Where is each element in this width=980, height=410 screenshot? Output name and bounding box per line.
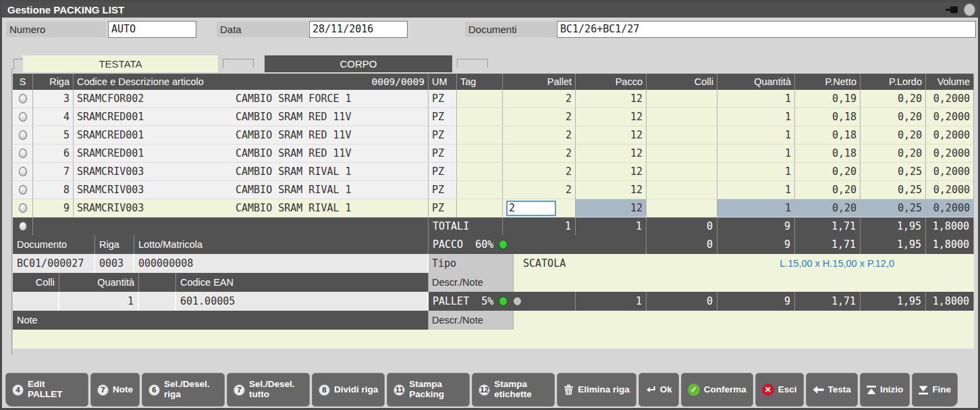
- documento-value[interactable]: BC01/000027: [13, 254, 95, 273]
- cell-pallet[interactable]: 2: [503, 126, 576, 145]
- cell-codice[interactable]: SRAMCRIV003CAMBIO SRAM RIVAL 1: [74, 163, 429, 181]
- cell-plordo[interactable]: 0,25: [861, 163, 926, 181]
- cell-pacco[interactable]: 12: [576, 108, 647, 126]
- row-select-radio[interactable]: [19, 94, 27, 103]
- cell-plordo[interactable]: 0,25: [861, 181, 926, 199]
- column-header-tag[interactable]: Tag: [457, 74, 503, 90]
- row-select-cell[interactable]: [13, 163, 33, 181]
- cell-quantita[interactable]: 1: [717, 108, 795, 126]
- cell-colli[interactable]: [647, 163, 717, 181]
- article-row-6[interactable]: 6SRAMCRED001CAMBIO SRAM RED 11VPZ21210,1…: [13, 145, 974, 163]
- row-select-radio[interactable]: [19, 130, 27, 140]
- cell-volume[interactable]: 0,2000: [926, 126, 974, 145]
- toolbar-button-fine[interactable]: Fine: [912, 373, 958, 407]
- numero-input[interactable]: AUTO: [108, 21, 196, 38]
- cell-plordo[interactable]: 0,20: [861, 90, 926, 108]
- article-row-3[interactable]: 3SRAMCFOR002CAMBIO SRAM FORCE 1PZ21210,1…: [13, 90, 974, 108]
- toolbar-button-edit-pallet[interactable]: 4Edit PALLET: [5, 373, 88, 407]
- cell-tag[interactable]: [457, 145, 503, 163]
- cell-pacco[interactable]: 12: [576, 181, 647, 199]
- row-select-cell[interactable]: [13, 126, 33, 145]
- row-select-cell[interactable]: [13, 181, 33, 199]
- column-header-pnetto[interactable]: P.Netto: [795, 74, 861, 90]
- cell-pallet[interactable]: 2: [503, 108, 576, 126]
- cell-plordo[interactable]: 0,20: [861, 108, 926, 126]
- column-header-um[interactable]: UM: [429, 74, 457, 90]
- toolbar-button-elimina-riga[interactable]: Elimina riga: [557, 373, 636, 407]
- toolbar-button-conferma[interactable]: ✓Conferma: [681, 373, 753, 407]
- cell-codice[interactable]: SRAMCRED001CAMBIO SRAM RED 11V: [74, 145, 429, 163]
- row-select-radio[interactable]: [19, 203, 27, 213]
- article-row-9[interactable]: 9SRAMCRIV003CAMBIO SRAM RIVAL 1PZ1210,20…: [13, 199, 974, 217]
- ean-quantita-value[interactable]: 1: [59, 292, 139, 311]
- column-header-volume[interactable]: Volume: [926, 74, 974, 90]
- riga-value[interactable]: 0003: [95, 254, 134, 273]
- cell-volume[interactable]: 0,2000: [926, 181, 974, 199]
- cell-volume[interactable]: 0,2000: [926, 145, 974, 163]
- row-select-radio[interactable]: [19, 185, 27, 195]
- cell-plordo[interactable]: 0,25: [861, 199, 926, 217]
- row-select-cell[interactable]: [13, 90, 33, 108]
- documenti-input[interactable]: BC1/26+BC1/27: [557, 21, 976, 38]
- column-header-s[interactable]: S: [13, 74, 33, 90]
- cell-pacco[interactable]: 12: [576, 199, 647, 217]
- cell-quantita[interactable]: 1: [717, 199, 795, 217]
- cell-codice[interactable]: SRAMCRED001CAMBIO SRAM RED 11V: [74, 108, 429, 126]
- column-header-pacco[interactable]: Pacco: [576, 74, 647, 90]
- codice-ean-value[interactable]: 601.00005: [176, 292, 429, 311]
- article-row-7[interactable]: 7SRAMCRIV003CAMBIO SRAM RIVAL 1PZ21210,2…: [13, 163, 974, 181]
- cell-colli[interactable]: [647, 108, 717, 126]
- cell-pnetto[interactable]: 0,20: [795, 181, 861, 199]
- cell-pallet-editing[interactable]: [503, 199, 576, 217]
- column-header-riga[interactable]: Riga: [33, 74, 74, 90]
- cell-pallet[interactable]: 2: [503, 163, 576, 181]
- cell-volume[interactable]: 0,2000: [926, 90, 974, 108]
- cell-tag[interactable]: [457, 90, 503, 108]
- row-select-radio[interactable]: [19, 112, 27, 122]
- cell-pnetto[interactable]: 0,20: [795, 163, 861, 181]
- row-select-cell[interactable]: [13, 108, 33, 126]
- toolbar-button-note[interactable]: 7Note: [90, 373, 140, 407]
- toolbar-button-esci[interactable]: ✕Esci: [755, 373, 804, 407]
- cell-codice[interactable]: SRAMCRIV003CAMBIO SRAM RIVAL 1: [74, 199, 429, 217]
- cell-tag[interactable]: [457, 163, 503, 181]
- cell-pallet[interactable]: 2: [503, 145, 576, 163]
- ean-colli-value[interactable]: [13, 292, 59, 311]
- cell-quantita[interactable]: 1: [717, 126, 795, 145]
- row-select-cell[interactable]: [13, 145, 33, 163]
- cell-tag[interactable]: [457, 126, 503, 145]
- pin-icon[interactable]: [945, 5, 961, 14]
- cell-pnetto[interactable]: 0,19: [795, 90, 861, 108]
- cell-codice[interactable]: SRAMCFOR002CAMBIO SRAM FORCE 1: [74, 90, 429, 108]
- cell-codice[interactable]: SRAMCRED001CAMBIO SRAM RED 11V: [74, 126, 429, 145]
- cell-tag[interactable]: [457, 199, 503, 217]
- cell-plordo[interactable]: 0,20: [861, 126, 926, 145]
- cell-pacco[interactable]: 12: [576, 145, 647, 163]
- tab-corpo[interactable]: CORPO: [265, 55, 452, 72]
- toolbar-button-testa[interactable]: Testa: [806, 373, 858, 407]
- cell-colli[interactable]: [647, 181, 717, 199]
- pallet-edit-input[interactable]: [506, 201, 556, 216]
- cell-tag[interactable]: [457, 108, 503, 126]
- descr-note-pacco-value[interactable]: [514, 273, 974, 292]
- toolbar-button-dividi-riga[interactable]: 8Dividi riga: [312, 373, 385, 407]
- toolbar-button-sel-desel-tutto[interactable]: 7Sel./Desel. tutto: [227, 373, 310, 407]
- toolbar-button-ok[interactable]: Ok: [638, 373, 679, 407]
- cell-quantita[interactable]: 1: [717, 163, 795, 181]
- row-select-radio[interactable]: [19, 167, 27, 176]
- note-text-area[interactable]: [13, 330, 974, 349]
- article-row-8[interactable]: 8SRAMCRIV003CAMBIO SRAM RIVAL 1PZ21210,2…: [13, 181, 974, 199]
- cell-volume[interactable]: 0,2000: [926, 108, 974, 126]
- cell-colli[interactable]: [647, 90, 717, 108]
- toolbar-button-sel-desel-riga[interactable]: 6Sel./Desel. riga: [142, 373, 225, 407]
- cell-volume[interactable]: 0,2000: [926, 199, 974, 217]
- article-row-5[interactable]: 5SRAMCRED001CAMBIO SRAM RED 11VPZ21210,1…: [13, 126, 974, 145]
- row-select-radio[interactable]: [19, 149, 27, 158]
- cell-pacco[interactable]: 12: [576, 163, 647, 181]
- cell-pallet[interactable]: 2: [503, 181, 576, 199]
- cell-plordo[interactable]: 0,20: [861, 145, 926, 163]
- cell-pnetto[interactable]: 0,18: [795, 126, 861, 145]
- row-select-cell[interactable]: [13, 199, 33, 217]
- tab-testata[interactable]: TESTATA: [23, 55, 218, 72]
- cell-colli[interactable]: [647, 199, 717, 217]
